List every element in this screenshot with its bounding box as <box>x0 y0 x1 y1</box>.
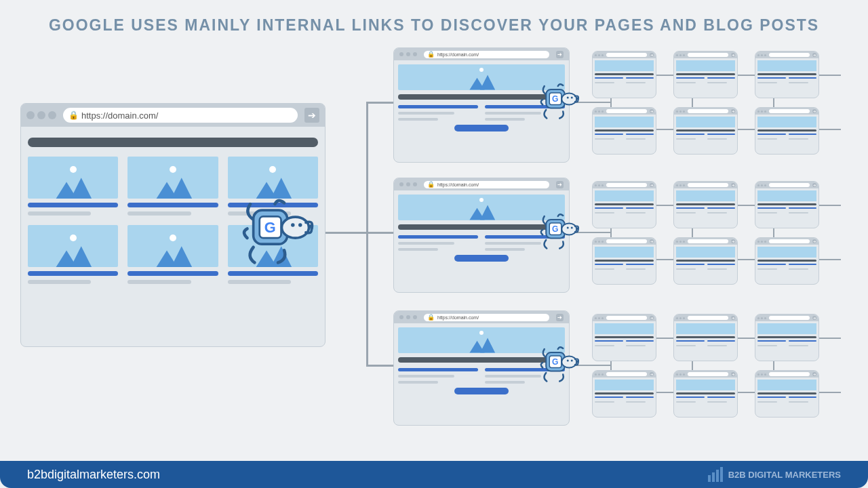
go-arrow-icon: ➔ <box>304 108 319 123</box>
deep-page-browser: ➔ <box>755 314 819 361</box>
svg-point-33 <box>561 224 576 235</box>
svg-point-35 <box>571 227 573 229</box>
google-crawler-icon: G <box>539 83 580 120</box>
svg-point-39 <box>561 357 576 368</box>
deep-page-browser: ➔ <box>673 314 738 361</box>
svg-point-21 <box>281 217 309 238</box>
svg-point-28 <box>567 97 569 99</box>
svg-point-23 <box>298 223 302 226</box>
deep-page-browser: ➔ <box>592 314 656 361</box>
deep-page-browser: ➔ <box>592 107 656 155</box>
svg-marker-17 <box>480 338 495 353</box>
deep-page-browser: ➔ <box>755 181 819 228</box>
svg-text:G: G <box>264 219 276 236</box>
svg-point-29 <box>571 97 573 99</box>
svg-point-27 <box>561 94 576 105</box>
svg-text:G: G <box>552 94 558 104</box>
google-crawler-icon: G <box>241 198 315 266</box>
svg-marker-3 <box>171 178 192 199</box>
deep-page-browser: ➔ <box>673 370 738 418</box>
page-title: GOOGLE USES MAINLY INTERNAL LINKS TO DIS… <box>0 0 868 41</box>
browser-chrome-bar: 🔒https://domain.com/ ➔ <box>21 104 325 127</box>
svg-text:G: G <box>552 224 558 234</box>
deep-page-browser: ➔ <box>673 237 738 285</box>
svg-marker-15 <box>480 205 495 220</box>
page-card <box>28 157 118 216</box>
deep-page-browser: ➔ <box>673 181 738 228</box>
page-card <box>127 157 218 216</box>
footer-brand-logo: B2B DIGITAL MARKETERS <box>708 467 841 482</box>
nav-bar-placeholder <box>28 138 318 147</box>
google-crawler-icon: G <box>539 213 580 250</box>
page-card <box>127 225 218 284</box>
page-card <box>28 225 118 284</box>
svg-marker-5 <box>271 178 292 199</box>
svg-point-34 <box>567 227 569 229</box>
lock-icon: 🔒 <box>427 51 435 58</box>
deep-page-browser: ➔ <box>755 370 819 418</box>
svg-point-41 <box>571 360 573 362</box>
deep-page-browser: ➔ <box>755 51 819 98</box>
svg-marker-1 <box>71 178 92 199</box>
deep-page-browser: ➔ <box>592 51 656 98</box>
lock-icon: 🔒 <box>68 110 79 120</box>
svg-marker-13 <box>480 75 495 90</box>
footer-bar: b2bdigitalmarketers.com B2B DIGITAL MARK… <box>0 461 868 488</box>
svg-point-22 <box>291 223 294 226</box>
svg-marker-7 <box>71 246 92 267</box>
svg-text:G: G <box>552 357 558 367</box>
bars-icon <box>708 467 723 482</box>
deep-page-browser: ➔ <box>755 237 819 285</box>
deep-page-browser: ➔ <box>592 370 656 418</box>
deep-page-browser: ➔ <box>673 51 738 98</box>
diagram-canvas: 🔒https://domain.com/ ➔ 🔒https://domain.c… <box>0 47 868 461</box>
svg-point-40 <box>567 360 569 362</box>
deep-page-browser: ➔ <box>592 181 656 228</box>
deep-page-browser: ➔ <box>592 237 656 285</box>
lock-icon: 🔒 <box>427 314 435 321</box>
footer-site-url: b2bdigitalmarketers.com <box>27 468 160 482</box>
deep-page-browser: ➔ <box>755 107 819 155</box>
google-crawler-icon: G <box>539 346 580 383</box>
address-bar: 🔒https://domain.com/ <box>63 108 298 123</box>
deep-page-browser: ➔ <box>673 107 738 155</box>
svg-marker-9 <box>171 246 192 267</box>
lock-icon: 🔒 <box>427 181 435 188</box>
